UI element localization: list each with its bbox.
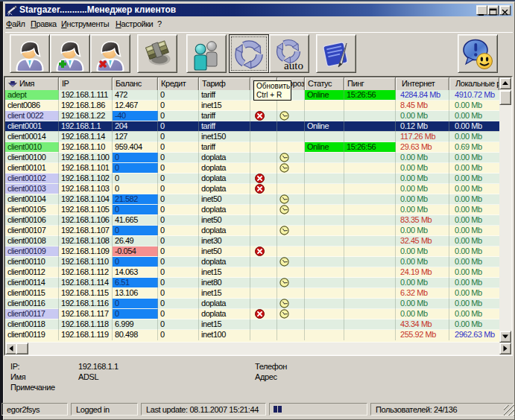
svg-text:auto: auto <box>284 60 303 71</box>
